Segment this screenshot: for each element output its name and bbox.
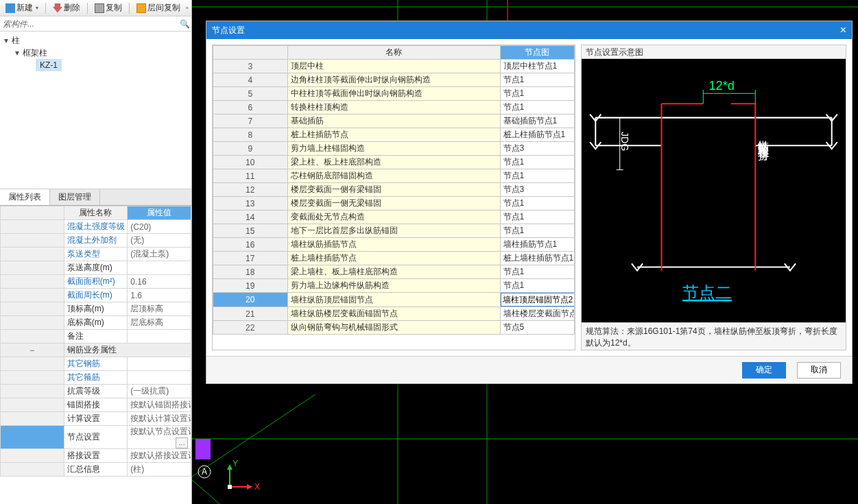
prop-row[interactable]: 顶标高(m)层顶标高 bbox=[1, 302, 191, 316]
property-tabs: 属性列表 图层管理 bbox=[0, 189, 191, 206]
prop-row[interactable]: 泵送类型(混凝土泵) bbox=[1, 248, 191, 261]
prop-name-header: 属性名称 bbox=[64, 206, 128, 220]
prop-row[interactable]: 底标高(m)层底标高 bbox=[1, 316, 191, 330]
table-row[interactable]: 9剪力墙上柱锚固构造节点3 bbox=[213, 142, 575, 156]
svg-text:Y: Y bbox=[233, 459, 238, 468]
diagram-caption: 节点设置示意图 bbox=[582, 45, 846, 59]
ellipsis-button[interactable]: … bbox=[176, 437, 188, 448]
table-row[interactable]: 4边角柱柱顶等截面伸出时纵向钢筋构造节点1 bbox=[213, 73, 575, 87]
search-bar: 🔍 bbox=[0, 16, 191, 32]
node-table[interactable]: 名称 节点图 3顶层中柱顶层中柱节点14边角柱柱顶等截面伸出时纵向钢筋构造节点1… bbox=[212, 45, 575, 350]
node-value-input[interactable] bbox=[501, 293, 575, 307]
col-name: 名称 bbox=[287, 46, 500, 60]
svg-line-4 bbox=[192, 394, 315, 477]
toolbar-overflow-icon[interactable]: » bbox=[186, 5, 189, 11]
table-row[interactable]: 12楼层变截面一侧有梁锚固节点3 bbox=[213, 183, 575, 197]
prop-row[interactable]: 其它箍筋 bbox=[1, 371, 191, 385]
table-row[interactable]: 10梁上柱、板上柱底部构造节点1 bbox=[213, 156, 575, 169]
tree-root[interactable]: ▾ 柱 bbox=[3, 34, 189, 47]
delete-label: 删除 bbox=[64, 2, 80, 14]
layer-copy-label: 层间复制 bbox=[147, 2, 180, 14]
axis-label-a: A bbox=[202, 467, 207, 477]
prop-row[interactable]: 备注 bbox=[1, 330, 191, 344]
dialog-title: 节点设置 bbox=[212, 25, 245, 36]
collapse-icon[interactable]: ▾ bbox=[3, 34, 10, 47]
collapse-icon[interactable]: ▾ bbox=[14, 47, 21, 59]
ok-button[interactable]: 确定 bbox=[742, 362, 786, 379]
tab-properties[interactable]: 属性列表 bbox=[0, 189, 50, 205]
prop-row[interactable]: 抗震等级(一级抗震) bbox=[1, 385, 191, 398]
table-row[interactable]: 20墙柱纵筋顶层锚固节点… bbox=[213, 293, 575, 307]
diagram-bottom-text: 节点二 bbox=[682, 283, 732, 302]
dim-left: JDG bbox=[619, 132, 630, 151]
svg-marker-10 bbox=[247, 484, 252, 490]
svg-rect-7 bbox=[195, 439, 211, 459]
table-row[interactable]: 22纵向钢筋弯钩与机械锚固形式节点5 bbox=[213, 321, 575, 335]
table-row[interactable]: 18梁上墙柱、板上墙柱底部构造节点1 bbox=[213, 265, 575, 279]
group-toggle-icon[interactable]: − bbox=[1, 344, 64, 357]
table-row[interactable]: 8桩上柱插筋节点桩上柱插筋节点1 bbox=[213, 128, 575, 142]
table-row[interactable]: 16墙柱纵筋插筋节点墙柱插筋节点1 bbox=[213, 238, 575, 252]
prop-row[interactable]: 其它钢筋 bbox=[1, 357, 191, 371]
delete-button[interactable]: 删除 bbox=[50, 1, 83, 15]
component-tree[interactable]: ▾ 柱 ▾ 框架柱 KZ-1 bbox=[0, 32, 191, 189]
prop-row[interactable]: 泵送高度(m) bbox=[1, 261, 191, 275]
prop-row[interactable]: 截面周长(m)1.6 bbox=[1, 289, 191, 302]
search-input[interactable] bbox=[0, 18, 178, 30]
table-row[interactable]: 14变截面处无节点构造节点1 bbox=[213, 211, 575, 224]
prop-row[interactable]: 混凝土强度等级(C20) bbox=[1, 220, 191, 234]
tab-layers[interactable]: 图层管理 bbox=[50, 189, 100, 205]
svg-rect-15 bbox=[228, 485, 232, 489]
prop-row[interactable]: 混凝土外加剂(无) bbox=[1, 234, 191, 248]
ucs-icon: X Y bbox=[227, 459, 260, 492]
new-label: 新建 bbox=[16, 2, 33, 14]
prop-row[interactable]: 计算设置按默认计算设置计算 bbox=[1, 412, 191, 426]
search-icon[interactable]: 🔍 bbox=[178, 19, 191, 29]
prop-value-header: 属性值 bbox=[128, 206, 191, 220]
prop-row[interactable]: 截面面积(m²)0.16 bbox=[1, 275, 191, 289]
table-row[interactable]: 11芯柱钢筋底部锚固构造节点1 bbox=[213, 169, 575, 183]
tree-group[interactable]: ▾ 框架柱 bbox=[3, 47, 189, 59]
layer-copy-button[interactable]: 层间复制 bbox=[134, 1, 183, 15]
prop-row[interactable]: 锚固搭接按默认锚固搭接计算 bbox=[1, 398, 191, 412]
component-toolbar: 新建 ▾ 删除 复制 层间复制 » bbox=[0, 0, 191, 16]
delete-icon bbox=[53, 3, 62, 13]
copy-label: 复制 bbox=[106, 2, 122, 14]
node-settings-dialog: 节点设置 × 名称 节点图 3顶层中柱顶层中柱节点14边角柱柱顶等截面伸出时纵向… bbox=[206, 21, 853, 384]
diagram-canvas: 12*d JDG 纵筋伸至柱顶弯折 节点二 bbox=[582, 59, 846, 322]
dropdown-icon: ▾ bbox=[36, 5, 38, 11]
copy-icon bbox=[95, 3, 104, 13]
prop-row[interactable]: 汇总信息(柱) bbox=[1, 463, 191, 477]
table-row[interactable]: 6转换柱柱顶构造节点1 bbox=[213, 101, 575, 115]
svg-marker-13 bbox=[227, 464, 233, 470]
cancel-button[interactable]: 取消 bbox=[797, 362, 841, 379]
svg-text:X: X bbox=[254, 482, 260, 492]
col-value: 节点图 bbox=[500, 46, 575, 60]
table-row[interactable]: 5中柱柱顶等截面伸出时纵向钢筋构造节点1 bbox=[213, 87, 575, 101]
new-icon bbox=[5, 3, 15, 13]
table-row[interactable]: 15地下一层比首层多出纵筋锚固节点1 bbox=[213, 224, 575, 238]
copy-button[interactable]: 复制 bbox=[92, 1, 125, 15]
close-icon[interactable]: × bbox=[840, 24, 846, 36]
table-row[interactable]: 3顶层中柱顶层中柱节点1 bbox=[213, 60, 575, 73]
property-grid[interactable]: 属性名称 属性值 混凝土强度等级(C20)混凝土外加剂(无)泵送类型(混凝土泵)… bbox=[0, 206, 191, 504]
layer-copy-icon bbox=[136, 3, 146, 13]
svg-line-5 bbox=[192, 480, 219, 504]
new-button[interactable]: 新建 ▾ bbox=[3, 1, 41, 15]
prop-group[interactable]: 钢筋业务属性 bbox=[64, 344, 191, 357]
table-row[interactable]: 17桩上墙柱插筋节点桩上墙柱插筋节点1 bbox=[213, 252, 575, 265]
diagram-right-text: 纵筋伸至柱顶弯折 bbox=[757, 132, 770, 161]
diagram-panel: 节点设置示意图 bbox=[581, 45, 846, 350]
table-row[interactable]: 7基础插筋基础插筋节点1 bbox=[213, 115, 575, 128]
dialog-titlebar[interactable]: 节点设置 × bbox=[206, 21, 852, 39]
dim-top: 12*d bbox=[708, 78, 735, 93]
table-row[interactable]: 13楼层变截面一侧无梁锚固节点1 bbox=[213, 197, 575, 211]
prop-row[interactable]: 节点设置按默认节点设置计算… bbox=[1, 426, 191, 449]
dialog-footer: 确定 取消 bbox=[206, 356, 852, 383]
diagram-note: 规范算法：来源16G101-1第74页，墙柱纵筋伸至板顶弯折，弯折长度默认为12… bbox=[582, 322, 846, 350]
table-row[interactable]: 19剪力墙上边缘构件纵筋构造节点1 bbox=[213, 279, 575, 293]
tree-leaf[interactable]: KZ-1 bbox=[3, 59, 189, 71]
prop-row[interactable]: 搭接设置按默认搭接设置计算 bbox=[1, 449, 191, 463]
table-row[interactable]: 21墙柱纵筋楼层变截面锚固节点墙柱楼层变截面节点2 bbox=[213, 307, 575, 321]
left-panel: 新建 ▾ 删除 复制 层间复制 » 🔍 ▾ 柱 ▾ 框架柱 bbox=[0, 0, 192, 504]
